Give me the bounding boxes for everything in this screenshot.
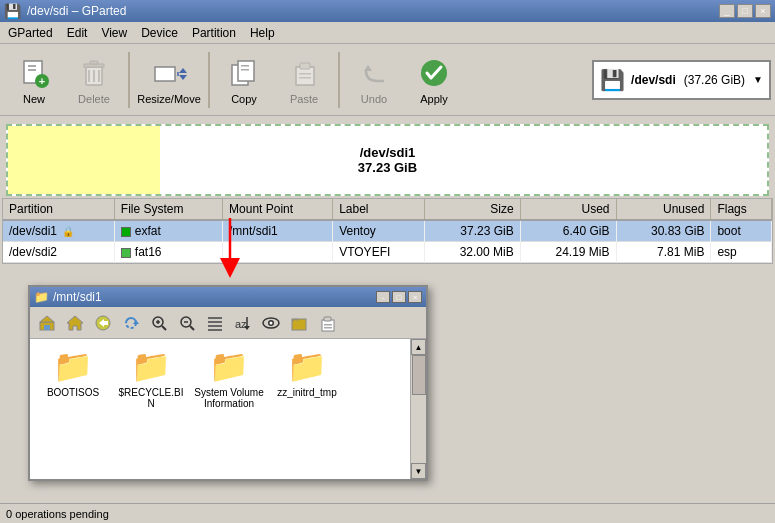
fm-sort-button[interactable]: az (230, 310, 256, 336)
folder-icon: 📁 (287, 347, 327, 385)
menu-partition[interactable]: Partition (188, 25, 240, 41)
svg-line-40 (190, 326, 194, 330)
paste-button[interactable]: Paste (274, 48, 334, 112)
table-row[interactable]: /dev/sdi1 🔒 exfat /mnt/sdi1 Ventoy 37.23… (3, 220, 772, 242)
folder-icon: 📁 (131, 347, 171, 385)
device-name: /dev/sdi (631, 73, 676, 87)
partition-table-container: Partition File System Mount Point Label … (2, 198, 773, 264)
fm-home-button[interactable] (62, 310, 88, 336)
fm-content: 📁 BOOTISOS 📁 $RECYCLE.BIN 📁 System Volum… (30, 339, 426, 479)
svg-line-36 (162, 326, 166, 330)
fm-refresh-button[interactable] (118, 310, 144, 336)
scrollbar-thumb[interactable] (412, 355, 426, 395)
resize-icon (151, 55, 187, 91)
viz-segment-used (8, 126, 160, 194)
minimize-button[interactable]: _ (719, 4, 735, 18)
svg-marker-28 (40, 316, 54, 322)
apply-icon (416, 55, 452, 91)
col-header-label[interactable]: Label (333, 199, 425, 220)
paste-label: Paste (290, 93, 318, 105)
col-header-used[interactable]: Used (520, 199, 616, 220)
fm-open-button[interactable] (286, 310, 312, 336)
fm-up-button[interactable] (34, 310, 60, 336)
window-title: /dev/sdi – GParted (27, 4, 126, 18)
partition-filesystem: fat16 (114, 242, 222, 263)
viz-partition-label: /dev/sdi1 (360, 145, 416, 160)
menu-gparted[interactable]: GParted (4, 25, 57, 41)
toolbar-separator-3 (338, 52, 340, 108)
svg-rect-29 (44, 325, 50, 330)
col-header-unused[interactable]: Unused (616, 199, 711, 220)
fm-back-button[interactable] (90, 310, 116, 336)
list-item[interactable]: 📁 BOOTISOS (38, 347, 108, 471)
resize-label: Resize/Move (137, 93, 201, 105)
svg-rect-17 (238, 61, 254, 81)
delete-button[interactable]: Delete (64, 48, 124, 112)
fm-clipboard-button[interactable] (314, 310, 340, 336)
fm-view-button[interactable] (202, 310, 228, 336)
delete-label: Delete (78, 93, 110, 105)
svg-rect-42 (208, 317, 222, 319)
partition-mount (223, 242, 333, 263)
partition-name: /dev/sdi2 (3, 242, 114, 263)
partition-size: 37.23 GiB (424, 220, 520, 242)
fm-close-button[interactable]: × (408, 291, 422, 303)
col-header-size[interactable]: Size (424, 199, 520, 220)
new-button[interactable]: + New (4, 48, 64, 112)
svg-rect-19 (241, 69, 249, 71)
new-label: New (23, 93, 45, 105)
svg-rect-2 (28, 69, 36, 71)
svg-rect-22 (299, 73, 311, 75)
resize-button[interactable]: Resize/Move (134, 48, 204, 112)
fm-preview-button[interactable] (258, 310, 284, 336)
scrollbar-up-button[interactable]: ▲ (411, 339, 426, 355)
folder-icon: 📁 (209, 347, 249, 385)
col-header-partition[interactable]: Partition (3, 199, 114, 220)
fm-maximize-button[interactable]: □ (392, 291, 406, 303)
list-item[interactable]: 📁 zz_initrd_tmp (272, 347, 342, 471)
undo-label: Undo (361, 93, 387, 105)
svg-marker-30 (67, 316, 83, 330)
delete-icon (76, 55, 112, 91)
fm-toolbar: az (30, 307, 426, 339)
col-header-flags[interactable]: Flags (711, 199, 772, 220)
undo-button[interactable]: Undo (344, 48, 404, 112)
file-label: System Volume Information (194, 387, 264, 409)
menu-help[interactable]: Help (246, 25, 279, 41)
apply-button[interactable]: Apply (404, 48, 464, 112)
partition-flags: esp (711, 242, 772, 263)
list-item[interactable]: 📁 System Volume Information (194, 347, 264, 471)
col-header-filesystem[interactable]: File System (114, 199, 222, 220)
fm-title-bar: 📁 /mnt/sdi1 - □ × (30, 287, 426, 307)
partition-name: /dev/sdi1 🔒 (3, 220, 114, 242)
col-header-mountpoint[interactable]: Mount Point (223, 199, 333, 220)
device-selector[interactable]: 💾 /dev/sdi (37.26 GiB) ▼ (592, 60, 771, 100)
scrollbar-down-button[interactable]: ▼ (411, 463, 426, 479)
fm-app-icon: 📁 (34, 290, 49, 304)
apply-label: Apply (420, 93, 448, 105)
svg-marker-12 (179, 68, 187, 73)
app-icon: 💾 (4, 3, 21, 19)
copy-icon (226, 55, 262, 91)
fm-zoom-in-button[interactable] (146, 310, 172, 336)
maximize-button[interactable]: □ (737, 4, 753, 18)
title-bar: 💾 /dev/sdi – GParted _ □ × (0, 0, 775, 22)
menu-device[interactable]: Device (137, 25, 182, 41)
partition-flags: boot (711, 220, 772, 242)
partition-size: 32.00 MiB (424, 242, 520, 263)
menu-edit[interactable]: Edit (63, 25, 92, 41)
copy-button[interactable]: Copy (214, 48, 274, 112)
close-button[interactable]: × (755, 4, 771, 18)
viz-segment-main (160, 126, 767, 194)
svg-rect-33 (103, 321, 108, 325)
menu-view[interactable]: View (97, 25, 131, 41)
new-icon: + (16, 55, 52, 91)
list-item[interactable]: 📁 $RECYCLE.BIN (116, 347, 186, 471)
fs-color-indicator (121, 227, 131, 237)
table-row[interactable]: /dev/sdi2 fat16 VTOYEFI 32.00 MiB 24.19 … (3, 242, 772, 263)
copy-label: Copy (231, 93, 257, 105)
partition-table: Partition File System Mount Point Label … (3, 199, 772, 263)
fm-zoom-out-button[interactable] (174, 310, 200, 336)
partition-mount: /mnt/sdi1 (223, 220, 333, 242)
fm-minimize-button[interactable]: - (376, 291, 390, 303)
